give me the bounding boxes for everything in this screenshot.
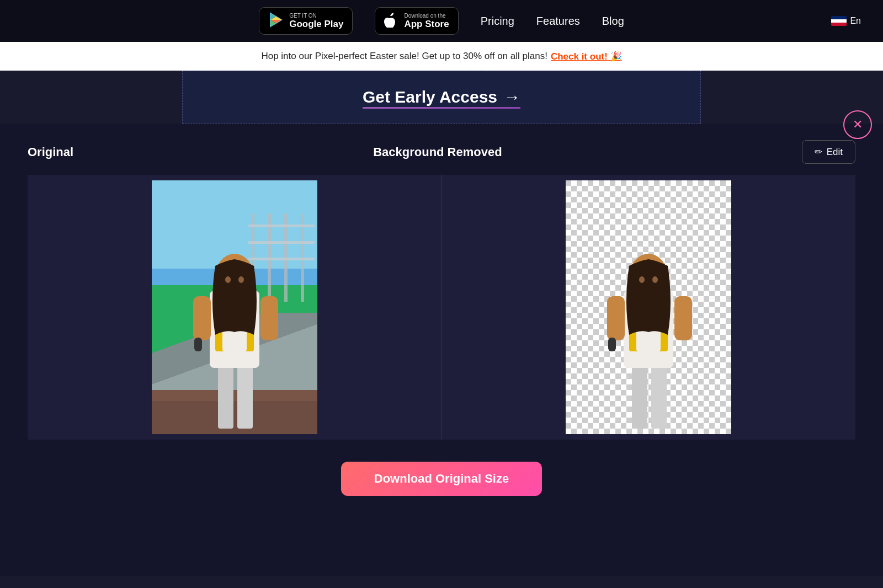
early-access-button[interactable]: Get Early Access → <box>363 88 520 106</box>
svg-rect-23 <box>260 296 278 340</box>
images-header: Original Background Removed ✏ Edit <box>28 140 855 164</box>
svg-rect-15 <box>248 241 315 244</box>
svg-point-26 <box>238 276 244 283</box>
svg-point-42 <box>652 276 658 283</box>
svg-rect-17 <box>218 362 233 429</box>
features-link[interactable]: Features <box>536 15 580 28</box>
svg-rect-38 <box>607 296 625 340</box>
promo-link[interactable]: Check it out! 🎉 <box>551 51 622 62</box>
main-content: Original Background Removed ✏ Edit <box>0 124 883 576</box>
images-container <box>28 175 855 440</box>
svg-rect-18 <box>237 362 253 429</box>
edit-button[interactable]: ✏ Edit <box>802 140 855 164</box>
svg-point-41 <box>639 276 645 283</box>
google-play-btn[interactable]: GET IT ON Google Play <box>259 7 353 35</box>
close-button[interactable]: ✕ <box>843 110 872 139</box>
original-image <box>152 180 317 434</box>
svg-rect-39 <box>674 296 692 340</box>
early-access-label: Get Early Access <box>363 88 497 106</box>
pricing-link[interactable]: Pricing <box>481 15 514 28</box>
bg-removed-label: Background Removed <box>373 145 502 159</box>
google-play-icon <box>268 12 284 30</box>
flag-icon <box>831 16 847 26</box>
language-label: En <box>850 16 861 26</box>
blog-link[interactable]: Blog <box>602 15 624 28</box>
download-section: Download Original Size <box>28 462 855 512</box>
app-store-btn[interactable]: Download on the App Store <box>375 7 458 35</box>
svg-point-25 <box>225 276 231 283</box>
svg-rect-16 <box>248 258 315 260</box>
svg-rect-14 <box>248 224 315 227</box>
apple-icon <box>384 12 398 30</box>
edit-label: Edit <box>827 147 843 158</box>
svg-rect-43 <box>608 338 616 351</box>
app-store-main-text: App Store <box>404 19 449 30</box>
google-play-main-text: Google Play <box>289 19 343 30</box>
bg-removed-image-container <box>566 180 731 434</box>
promo-banner: Hop into our Pixel-perfect Easter sale! … <box>0 42 883 71</box>
early-access-section: Get Early Access → <box>182 71 701 124</box>
close-icon: ✕ <box>853 117 863 132</box>
svg-rect-22 <box>193 296 211 340</box>
original-label: Original <box>28 145 73 159</box>
svg-rect-27 <box>194 338 202 351</box>
original-panel <box>28 175 442 440</box>
app-store-top-text: Download on the <box>404 13 449 19</box>
bg-removed-image <box>566 180 731 434</box>
bg-removed-panel <box>442 175 856 440</box>
svg-rect-9 <box>152 390 317 401</box>
promo-text: Hop into our Pixel-perfect Easter sale! … <box>261 51 547 62</box>
google-play-top-text: GET IT ON <box>289 13 343 19</box>
language-selector[interactable]: En <box>831 16 861 26</box>
nav-bar: GET IT ON Google Play Download on the Ap… <box>0 0 883 42</box>
svg-rect-33 <box>632 362 647 429</box>
svg-rect-34 <box>651 362 667 429</box>
early-access-arrow: → <box>504 88 520 106</box>
original-image-container <box>152 180 317 434</box>
download-button[interactable]: Download Original Size <box>341 462 542 496</box>
edit-icon: ✏ <box>815 146 822 158</box>
